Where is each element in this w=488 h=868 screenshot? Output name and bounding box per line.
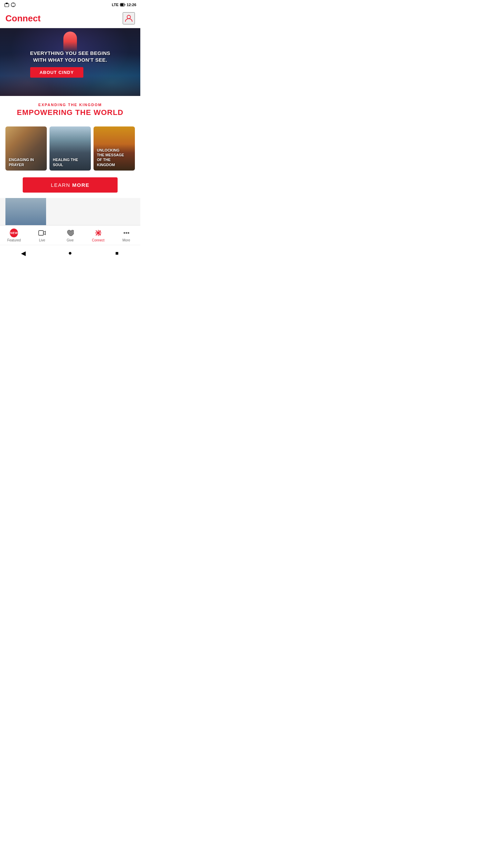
healing-card-label: HEALING THESOUL (53, 157, 78, 167)
new-badge: NEW (10, 229, 18, 237)
nav-item-give[interactable]: Give (56, 225, 84, 245)
svg-rect-9 (39, 231, 43, 235)
time-display: 12:26 (127, 3, 136, 7)
sim-icon (4, 2, 9, 7)
svg-point-14 (128, 233, 129, 234)
status-right: LTE 12:26 (112, 3, 136, 7)
cards-grid: ENGAGING INPRAYER HEALING THESOUL UNLOCK… (0, 122, 140, 175)
arrows-icon (95, 229, 102, 237)
svg-rect-6 (120, 4, 123, 6)
about-cindy-button[interactable]: ABOUT CINDY (30, 67, 83, 78)
kingdom-card-label: UNLOCKINGTHE MESSAGEOF THEKINGDOM (97, 148, 124, 167)
preview-thumbnail (5, 198, 46, 225)
nav-item-more[interactable]: More (112, 225, 140, 245)
kingdom-subtitle: EXPANDING THE KINGDOM (5, 103, 135, 107)
hero-quote: EVERYTHING YOU SEE BEGINSWITH WHAT YOU D… (30, 50, 110, 63)
healing-card[interactable]: HEALING THESOUL (49, 126, 91, 171)
signal-icon (11, 2, 16, 7)
recents-button[interactable]: ■ (112, 248, 122, 258)
nav-item-connect[interactable]: Connect (84, 225, 112, 245)
recents-icon: ■ (115, 250, 119, 256)
give-nav-icon (66, 229, 74, 237)
status-icons (4, 2, 16, 7)
connect-nav-icon (94, 229, 102, 237)
learn-more-button[interactable]: LEARN MORE (23, 177, 118, 193)
svg-rect-1 (6, 3, 8, 4)
back-button[interactable]: ◀ (18, 248, 28, 258)
preview-image (5, 198, 46, 225)
prayer-card[interactable]: ENGAGING INPRAYER (5, 126, 47, 171)
more-nav-label: More (122, 238, 130, 242)
learn-more-section: LEARN MORE (0, 175, 140, 198)
home-icon: ● (68, 250, 72, 257)
connect-nav-label: Connect (92, 238, 104, 242)
kingdom-section: EXPANDING THE KINGDOM EMPOWERING THE WOR… (0, 96, 140, 122)
hero-text-block: EVERYTHING YOU SEE BEGINSWITH WHAT YOU D… (30, 50, 110, 78)
video-icon (38, 229, 46, 237)
page-title: Connect (5, 13, 41, 24)
bottom-preview (0, 198, 140, 225)
featured-nav-icon: NEW (10, 229, 18, 237)
back-icon: ◀ (21, 250, 26, 257)
bottom-navigation: NEW Featured Live Give (0, 225, 140, 245)
dots-icon (123, 229, 130, 237)
nav-item-live[interactable]: Live (28, 225, 56, 245)
person-icon (124, 14, 134, 23)
android-navigation-bar: ◀ ● ■ (0, 245, 140, 261)
svg-point-12 (124, 233, 125, 234)
lte-label: LTE (112, 3, 119, 7)
live-nav-icon (38, 229, 46, 237)
prayer-card-label: ENGAGING INPRAYER (9, 157, 34, 167)
performer-figure (63, 32, 77, 52)
live-nav-label: Live (39, 238, 45, 242)
more-nav-icon (122, 229, 130, 237)
home-button[interactable]: ● (65, 248, 75, 258)
heart-icon (66, 229, 74, 237)
featured-nav-label: Featured (7, 238, 21, 242)
svg-rect-7 (124, 4, 125, 5)
app-header: Connect (0, 9, 140, 28)
give-nav-label: Give (67, 238, 74, 242)
svg-point-8 (127, 15, 130, 19)
kingdom-title: EMPOWERING THE WORLD (5, 108, 135, 117)
kingdom-card[interactable]: UNLOCKINGTHE MESSAGEOF THEKINGDOM (94, 126, 135, 171)
battery-icon (120, 3, 125, 6)
status-bar: LTE 12:26 (0, 0, 140, 9)
svg-point-13 (126, 233, 127, 234)
hero-banner: EVERYTHING YOU SEE BEGINSWITH WHAT YOU D… (0, 28, 140, 96)
profile-button[interactable] (123, 12, 135, 24)
nav-item-featured[interactable]: NEW Featured (0, 225, 28, 245)
